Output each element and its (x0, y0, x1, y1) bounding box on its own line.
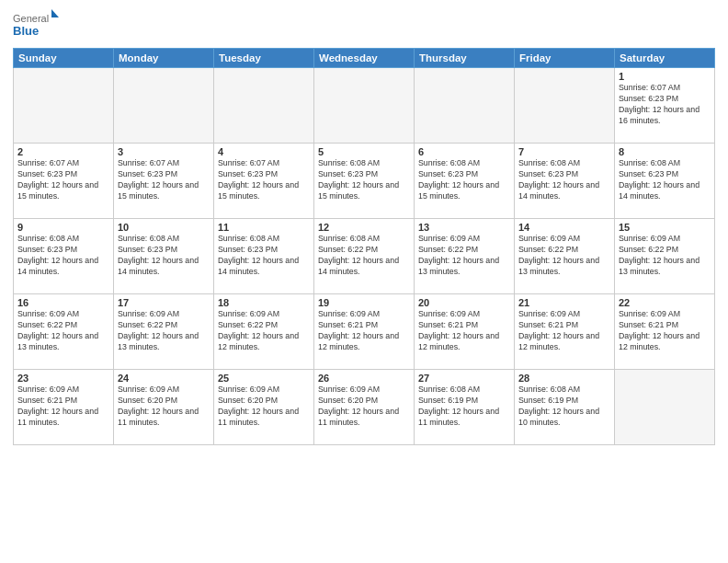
day-number: 11 (218, 222, 310, 233)
day-info: Sunrise: 6:09 AMSunset: 6:22 PMDaylight:… (418, 234, 510, 278)
day-info: Sunrise: 6:08 AMSunset: 6:23 PMDaylight:… (418, 158, 510, 202)
weekday-header-friday: Friday (515, 49, 615, 68)
day-number: 16 (17, 297, 109, 308)
calendar-table: SundayMondayTuesdayWednesdayThursdayFrid… (13, 48, 715, 445)
calendar-cell: 23Sunrise: 6:09 AMSunset: 6:21 PMDayligh… (14, 370, 114, 445)
calendar-cell: 8Sunrise: 6:08 AMSunset: 6:23 PMDaylight… (615, 144, 715, 219)
calendar-week-row: 16Sunrise: 6:09 AMSunset: 6:22 PMDayligh… (14, 294, 715, 370)
calendar-cell: 27Sunrise: 6:08 AMSunset: 6:19 PMDayligh… (415, 370, 515, 445)
day-info: Sunrise: 6:09 AMSunset: 6:22 PMDaylight:… (619, 234, 711, 278)
day-number: 13 (418, 222, 510, 233)
day-info: Sunrise: 6:08 AMSunset: 6:23 PMDaylight:… (318, 158, 410, 202)
page: General Blue SundayMondayTuesdayWednesda… (0, 0, 728, 563)
day-number: 28 (518, 373, 610, 384)
calendar-cell: 19Sunrise: 6:09 AMSunset: 6:21 PMDayligh… (314, 294, 415, 370)
day-number: 22 (619, 297, 711, 308)
calendar-cell (515, 68, 615, 144)
weekday-header-monday: Monday (114, 49, 214, 68)
day-info: Sunrise: 6:09 AMSunset: 6:21 PMDaylight:… (619, 309, 711, 353)
weekday-header-saturday: Saturday (615, 49, 715, 68)
day-number: 27 (418, 373, 510, 384)
calendar-cell: 2Sunrise: 6:07 AMSunset: 6:23 PMDaylight… (14, 144, 114, 219)
day-info: Sunrise: 6:08 AMSunset: 6:23 PMDaylight:… (619, 158, 711, 202)
calendar-cell: 18Sunrise: 6:09 AMSunset: 6:22 PMDayligh… (214, 294, 314, 370)
logo-svg: General Blue (13, 9, 59, 42)
calendar-cell: 20Sunrise: 6:09 AMSunset: 6:21 PMDayligh… (415, 294, 515, 370)
calendar-cell: 3Sunrise: 6:07 AMSunset: 6:23 PMDaylight… (114, 144, 214, 219)
day-info: Sunrise: 6:08 AMSunset: 6:19 PMDaylight:… (418, 385, 510, 429)
day-number: 21 (518, 297, 610, 308)
day-info: Sunrise: 6:09 AMSunset: 6:22 PMDaylight:… (518, 234, 610, 278)
calendar-cell (214, 68, 314, 144)
day-info: Sunrise: 6:09 AMSunset: 6:22 PMDaylight:… (118, 309, 210, 353)
day-info: Sunrise: 6:07 AMSunset: 6:23 PMDaylight:… (118, 158, 210, 202)
svg-marker-2 (51, 9, 59, 17)
day-number: 19 (318, 297, 410, 308)
day-info: Sunrise: 6:07 AMSunset: 6:23 PMDaylight:… (218, 158, 310, 202)
day-number: 26 (318, 373, 410, 384)
calendar-week-row: 2Sunrise: 6:07 AMSunset: 6:23 PMDaylight… (14, 144, 715, 219)
svg-text:General: General (13, 13, 49, 24)
calendar-cell: 17Sunrise: 6:09 AMSunset: 6:22 PMDayligh… (114, 294, 214, 370)
header: General Blue (13, 9, 715, 42)
day-info: Sunrise: 6:09 AMSunset: 6:20 PMDaylight:… (118, 385, 210, 429)
day-info: Sunrise: 6:09 AMSunset: 6:20 PMDaylight:… (318, 385, 410, 429)
calendar-cell (14, 68, 114, 144)
calendar-cell: 9Sunrise: 6:08 AMSunset: 6:23 PMDaylight… (14, 219, 114, 294)
calendar-cell: 28Sunrise: 6:08 AMSunset: 6:19 PMDayligh… (515, 370, 615, 445)
calendar-cell: 12Sunrise: 6:08 AMSunset: 6:22 PMDayligh… (314, 219, 415, 294)
day-info: Sunrise: 6:09 AMSunset: 6:22 PMDaylight:… (218, 309, 310, 353)
calendar-cell: 21Sunrise: 6:09 AMSunset: 6:21 PMDayligh… (515, 294, 615, 370)
day-number: 5 (318, 146, 410, 157)
day-info: Sunrise: 6:09 AMSunset: 6:20 PMDaylight:… (218, 385, 310, 429)
logo: General Blue (13, 9, 59, 42)
calendar-cell (114, 68, 214, 144)
calendar-cell: 22Sunrise: 6:09 AMSunset: 6:21 PMDayligh… (615, 294, 715, 370)
day-number: 9 (17, 222, 109, 233)
day-number: 14 (518, 222, 610, 233)
day-number: 6 (418, 146, 510, 157)
day-number: 4 (218, 146, 310, 157)
day-info: Sunrise: 6:09 AMSunset: 6:21 PMDaylight:… (518, 309, 610, 353)
day-info: Sunrise: 6:08 AMSunset: 6:22 PMDaylight:… (318, 234, 410, 278)
day-number: 10 (118, 222, 210, 233)
calendar-cell: 24Sunrise: 6:09 AMSunset: 6:20 PMDayligh… (114, 370, 214, 445)
day-info: Sunrise: 6:09 AMSunset: 6:21 PMDaylight:… (17, 385, 109, 429)
calendar-cell (415, 68, 515, 144)
calendar-cell: 10Sunrise: 6:08 AMSunset: 6:23 PMDayligh… (114, 219, 214, 294)
calendar-cell: 16Sunrise: 6:09 AMSunset: 6:22 PMDayligh… (14, 294, 114, 370)
day-info: Sunrise: 6:08 AMSunset: 6:19 PMDaylight:… (518, 385, 610, 429)
day-number: 3 (118, 146, 210, 157)
day-info: Sunrise: 6:09 AMSunset: 6:22 PMDaylight:… (17, 309, 109, 353)
day-info: Sunrise: 6:09 AMSunset: 6:21 PMDaylight:… (418, 309, 510, 353)
calendar-cell: 1Sunrise: 6:07 AMSunset: 6:23 PMDaylight… (615, 68, 715, 144)
calendar-cell: 25Sunrise: 6:09 AMSunset: 6:20 PMDayligh… (214, 370, 314, 445)
day-number: 23 (17, 373, 109, 384)
calendar-cell: 26Sunrise: 6:09 AMSunset: 6:20 PMDayligh… (314, 370, 415, 445)
day-info: Sunrise: 6:08 AMSunset: 6:23 PMDaylight:… (118, 234, 210, 278)
calendar-cell: 15Sunrise: 6:09 AMSunset: 6:22 PMDayligh… (615, 219, 715, 294)
weekday-header-thursday: Thursday (415, 49, 515, 68)
calendar-header-row: SundayMondayTuesdayWednesdayThursdayFrid… (14, 49, 715, 68)
calendar-cell: 7Sunrise: 6:08 AMSunset: 6:23 PMDaylight… (515, 144, 615, 219)
svg-text:Blue: Blue (13, 24, 39, 38)
calendar-week-row: 23Sunrise: 6:09 AMSunset: 6:21 PMDayligh… (14, 370, 715, 445)
day-number: 25 (218, 373, 310, 384)
day-info: Sunrise: 6:08 AMSunset: 6:23 PMDaylight:… (518, 158, 610, 202)
calendar-cell: 13Sunrise: 6:09 AMSunset: 6:22 PMDayligh… (415, 219, 515, 294)
day-info: Sunrise: 6:08 AMSunset: 6:23 PMDaylight:… (218, 234, 310, 278)
day-number: 8 (619, 146, 711, 157)
weekday-header-tuesday: Tuesday (214, 49, 314, 68)
calendar-cell (314, 68, 415, 144)
day-number: 7 (518, 146, 610, 157)
day-number: 15 (619, 222, 711, 233)
day-number: 20 (418, 297, 510, 308)
calendar-week-row: 1Sunrise: 6:07 AMSunset: 6:23 PMDaylight… (14, 68, 715, 144)
day-info: Sunrise: 6:07 AMSunset: 6:23 PMDaylight:… (17, 158, 109, 202)
calendar-week-row: 9Sunrise: 6:08 AMSunset: 6:23 PMDaylight… (14, 219, 715, 294)
day-number: 1 (619, 71, 711, 82)
calendar-cell (615, 370, 715, 445)
day-info: Sunrise: 6:08 AMSunset: 6:23 PMDaylight:… (17, 234, 109, 278)
weekday-header-sunday: Sunday (14, 49, 114, 68)
weekday-header-wednesday: Wednesday (314, 49, 415, 68)
